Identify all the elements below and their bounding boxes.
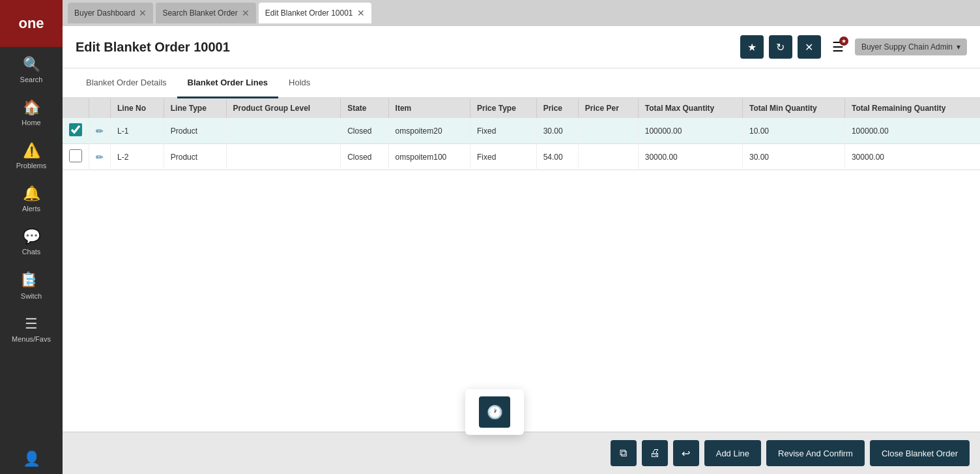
clock-button[interactable]: 🕐 (479, 396, 510, 428)
row-edit-cell: ✏ (89, 144, 111, 170)
cell-price: 54.00 (536, 144, 578, 170)
chevron-down-icon: ▾ (957, 42, 960, 52)
col-item: Item (388, 98, 470, 118)
cell-price-type: Fixed (470, 118, 537, 144)
alerts-icon: 🔔 (23, 185, 40, 202)
row-select-checkbox[interactable] (69, 149, 82, 162)
col-line-type: Line Type (164, 98, 226, 118)
tab-holds[interactable]: Holds (278, 68, 321, 98)
tab-bar: Buyer Dashboard ✕ Search Blanket Order ✕… (63, 0, 980, 26)
cell-state: Closed (341, 144, 388, 170)
col-line-no: Line No (111, 98, 164, 118)
col-product-group-level: Product Group Level (226, 98, 341, 118)
sidebar-item-user[interactable]: 👤 (0, 441, 63, 474)
row-checkbox-cell (63, 118, 89, 144)
sidebar: one 🔍 Search 🏠 Home ⚠️ Problems 🔔 Alerts… (0, 0, 63, 474)
add-line-button[interactable]: Add Line (704, 440, 761, 466)
cell-line-type: Product (164, 144, 226, 170)
problems-icon: ⚠️ (23, 142, 40, 159)
content-area: Blanket Order Details Blanket Order Line… (63, 68, 980, 474)
page-header: Edit Blanket Order 10001 ★ ↻ ✕ ☰ ★ Buyer… (63, 26, 980, 68)
main-area: Buyer Dashboard ✕ Search Blanket Order ✕… (63, 0, 980, 474)
popup-box: 🕐 (465, 389, 524, 435)
cell-item: omspoitem100 (388, 144, 470, 170)
tab-close-buyer-dashboard[interactable]: ✕ (139, 8, 147, 18)
undo-button[interactable]: ↩ (673, 440, 699, 466)
print-button[interactable]: 🖨 (642, 440, 668, 466)
tab-blanket-order-details[interactable]: Blanket Order Details (76, 68, 177, 98)
blanket-order-lines-table: Line No Line Type Product Group Level St… (63, 98, 980, 170)
row-select-checkbox[interactable] (69, 123, 82, 136)
tab-close-edit-blanket-order[interactable]: ✕ (357, 8, 365, 18)
col-price: Price (536, 98, 578, 118)
cell-total-max-qty: 30000.00 (638, 144, 742, 170)
switch-icon-wrap: 📋 ⇄ (20, 271, 43, 289)
col-total-min-qty: Total Min Quantity (743, 98, 845, 118)
cell-price-per (578, 118, 638, 144)
header-actions: ★ ↻ ✕ ☰ ★ Buyer Suppy Chain Admin ▾ (740, 35, 967, 59)
menus-icon: ☰ (25, 316, 38, 333)
tab-search-blanket-order[interactable]: Search Blanket Order ✕ (156, 3, 255, 23)
tab-edit-blanket-order[interactable]: Edit Blanket Order 10001 ✕ (259, 3, 371, 23)
cell-line-no: L-1 (111, 118, 164, 144)
cell-price: 30.00 (536, 118, 578, 144)
cell-total-min-qty: 30.00 (743, 144, 845, 170)
tab-blanket-order-lines[interactable]: Blanket Order Lines (177, 68, 279, 98)
col-state: State (341, 98, 388, 118)
col-edit (89, 98, 111, 118)
switch-arrow-icon: ⇄ (26, 274, 36, 288)
col-price-per: Price Per (578, 98, 638, 118)
close-blanket-order-button[interactable]: Close Blanket Order (870, 440, 970, 466)
sidebar-item-menus[interactable]: ☰ Menus/Favs (0, 306, 63, 349)
cell-item: omspoitem20 (388, 118, 470, 144)
refresh-button[interactable]: ↻ (769, 35, 792, 59)
table-row: ✏L-1ProductClosedomspoitem20Fixed30.0010… (63, 118, 980, 144)
row-checkbox-cell (63, 144, 89, 170)
cell-total-remaining-qty: 100000.00 (844, 118, 980, 144)
col-price-type: Price Type (470, 98, 537, 118)
cell-product-group-level (226, 144, 341, 170)
cell-line-no: L-2 (111, 144, 164, 170)
row-edit-button[interactable]: ✏ (96, 152, 104, 162)
page-title: Edit Blanket Order 10001 (76, 40, 230, 55)
notification-button[interactable]: ☰ ★ (826, 35, 850, 59)
table-row: ✏L-2ProductClosedomspoitem100Fixed54.003… (63, 144, 980, 170)
app-logo: one (0, 0, 63, 47)
sidebar-item-problems[interactable]: ⚠️ Problems (0, 133, 63, 176)
col-total-remaining-qty: Total Remaining Quantity (844, 98, 980, 118)
copy-button[interactable]: ⧉ (611, 440, 637, 466)
user-dropdown[interactable]: Buyer Suppy Chain Admin ▾ (855, 38, 967, 55)
close-button[interactable]: ✕ (798, 35, 821, 59)
home-icon: 🏠 (23, 99, 40, 116)
inner-tabs: Blanket Order Details Blanket Order Line… (63, 68, 980, 98)
tab-close-search-blanket-order[interactable]: ✕ (242, 8, 250, 18)
cell-line-type: Product (164, 118, 226, 144)
notification-badge: ★ (839, 37, 848, 46)
cell-product-group-level (226, 118, 341, 144)
star-button[interactable]: ★ (740, 35, 764, 59)
chats-icon: 💬 (23, 228, 40, 245)
bottom-toolbar: 🕐 ⧉ 🖨 ↩ Add Line Revise And Confirm Clos… (63, 432, 980, 474)
cell-price-type: Fixed (470, 144, 537, 170)
row-edit-button[interactable]: ✏ (96, 126, 104, 136)
search-icon: 🔍 (23, 56, 40, 73)
sidebar-item-switch[interactable]: 📋 ⇄ Switch (0, 262, 63, 306)
user-avatar-icon: 👤 (23, 451, 40, 467)
revise-confirm-button[interactable]: Revise And Confirm (766, 440, 865, 466)
cell-total-remaining-qty: 30000.00 (844, 144, 980, 170)
table-container: Line No Line Type Product Group Level St… (63, 98, 980, 432)
sidebar-item-chats[interactable]: 💬 Chats (0, 219, 63, 262)
sidebar-item-alerts[interactable]: 🔔 Alerts (0, 176, 63, 219)
sidebar-item-search[interactable]: 🔍 Search (0, 47, 63, 90)
col-checkbox (63, 98, 89, 118)
table-header-row: Line No Line Type Product Group Level St… (63, 98, 980, 118)
sidebar-item-home[interactable]: 🏠 Home (0, 90, 63, 133)
col-total-max-qty: Total Max Quantity (638, 98, 742, 118)
cell-price-per (578, 144, 638, 170)
tab-buyer-dashboard[interactable]: Buyer Dashboard ✕ (68, 3, 153, 23)
cell-total-max-qty: 100000.00 (638, 118, 742, 144)
cell-total-min-qty: 10.00 (743, 118, 845, 144)
row-edit-cell: ✏ (89, 118, 111, 144)
cell-state: Closed (341, 118, 388, 144)
